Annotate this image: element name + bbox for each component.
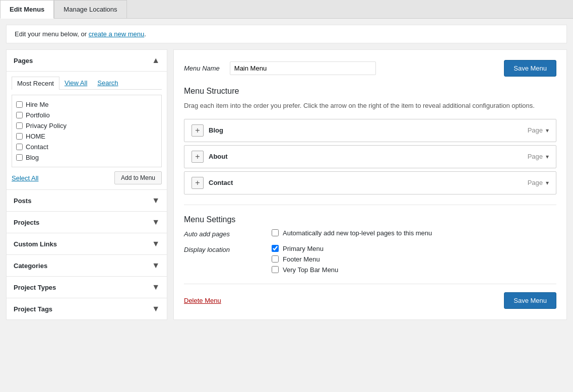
very-top-bar-menu-checkbox[interactable] [272,266,279,273]
page-blog-label: Blog [26,154,39,161]
custom-links-title: Custom Links [14,240,57,248]
display-location-footer: Footer Menu [272,255,556,263]
menu-item[interactable]: + Blog Page ▾ [184,119,556,142]
primary-menu-label: Primary Menu [283,245,324,252]
info-bar: Edit your menu below, or create a new me… [6,25,567,43]
tab-view-all[interactable]: View All [59,77,92,89]
posts-chevron-down-icon: ▼ [152,196,160,205]
delete-menu-link[interactable]: Delete Menu [184,297,221,304]
very-top-bar-menu-label: Very Top Bar Menu [283,266,338,274]
main-layout: Pages ▲ Most Recent View All Search Hire… [0,49,573,326]
project-tags-chevron-down-icon: ▼ [152,304,160,313]
list-item: HOME [16,131,157,142]
save-menu-bottom-button[interactable]: Save Menu [504,292,556,309]
menu-item-right: Page ▾ [528,179,549,186]
menu-settings-title: Menu Settings [184,215,556,224]
categories-accordion-header[interactable]: Categories ▼ [7,255,167,276]
menu-item-plus-icon[interactable]: + [192,124,204,137]
page-privacy-policy-checkbox[interactable] [16,122,23,129]
list-item: Hire Me [16,99,157,110]
page-portfolio-label: Portfolio [26,111,50,119]
divider [184,205,556,205]
menu-item-left: + About [192,151,228,163]
project-types-chevron-down-icon: ▼ [152,283,160,292]
pages-checkbox-list: Hire Me Portfolio Privacy Policy HOME [12,95,162,167]
custom-links-section: Custom Links ▼ [6,233,167,255]
select-all-link[interactable]: Select All [12,174,38,182]
info-bar-text: Edit your menu below, or [15,30,89,38]
list-item: Privacy Policy [16,120,157,131]
tab-search[interactable]: Search [92,77,123,89]
menu-name-label: Menu Name [184,64,220,72]
primary-menu-checkbox[interactable] [272,245,279,252]
page-contact-checkbox[interactable] [16,144,23,150]
auto-add-pages-checkbox[interactable] [272,229,279,236]
menu-name-row: Menu Name Save Menu [184,60,556,77]
custom-links-chevron-down-icon: ▼ [152,239,160,248]
add-to-menu-button[interactable]: Add to Menu [114,171,162,184]
menu-item-type: Page [528,126,543,134]
menu-item-dropdown-icon[interactable]: ▾ [546,179,549,186]
page-home-checkbox[interactable] [16,133,23,140]
menu-item-left: + Blog [192,124,223,137]
save-menu-top-button[interactable]: Save Menu [504,60,556,77]
menu-item-plus-icon[interactable]: + [192,151,204,163]
project-types-accordion-header[interactable]: Project Types ▼ [7,277,167,298]
projects-chevron-down-icon: ▼ [152,218,160,227]
page-blog-checkbox[interactable] [16,154,23,161]
page-contact-label: Contact [26,143,48,151]
menu-name-input[interactable] [230,61,376,75]
create-new-menu-link[interactable]: create a new menu [89,30,145,38]
menu-item-right: Page ▾ [528,153,549,160]
menu-item-dropdown-icon[interactable]: ▾ [546,127,549,134]
custom-links-accordion-header[interactable]: Custom Links ▼ [7,233,167,254]
auto-add-pages-option-text: Automatically add new top-level pages to… [283,229,432,237]
pages-title: Pages [14,57,33,64]
pages-section: Pages ▲ Most Recent View All Search Hire… [6,49,167,190]
info-bar-text-end: . [144,30,146,38]
pages-chevron-up-icon: ▲ [152,56,160,65]
menu-item-dropdown-icon[interactable]: ▾ [546,153,549,160]
page-home-label: HOME [26,133,45,140]
page-hire-me-label: Hire Me [26,101,49,108]
menu-items-list: + Blog Page ▾ + About Page ▾ [184,119,556,194]
top-tabs-bar: Edit Menus Manage Locations [0,0,573,19]
menu-item[interactable]: + Contact Page ▾ [184,171,556,194]
tab-edit-menus[interactable]: Edit Menus [0,0,54,19]
projects-accordion-header[interactable]: Projects ▼ [7,212,167,233]
menu-item-left: + Contact [192,177,233,189]
page-privacy-policy-label: Privacy Policy [26,122,67,129]
menu-item-type: Page [528,153,543,160]
projects-title: Projects [14,219,39,226]
sidebar: Pages ▲ Most Recent View All Search Hire… [6,49,167,320]
footer-menu-checkbox[interactable] [272,255,279,263]
page-portfolio-checkbox[interactable] [16,112,23,118]
tab-manage-locations[interactable]: Manage Locations [54,0,126,18]
project-types-title: Project Types [14,284,56,291]
menu-item-name: Blog [209,126,223,134]
auto-add-pages-option: Automatically add new top-level pages to… [272,229,556,237]
bottom-actions: Delete Menu Save Menu [184,284,556,309]
project-tags-accordion-header[interactable]: Project Tags ▼ [7,298,167,319]
project-tags-title: Project Tags [14,305,52,313]
list-item: Contact [16,142,157,152]
pages-actions: Select All Add to Menu [12,171,162,184]
posts-accordion-header[interactable]: Posts ▼ [7,190,167,211]
pages-accordion-header[interactable]: Pages ▲ [7,50,167,71]
categories-chevron-down-icon: ▼ [152,261,160,270]
menu-structure-desc: Drag each item into the order you prefer… [184,101,556,111]
footer-menu-label: Footer Menu [283,255,320,263]
projects-section: Projects ▼ [6,212,167,233]
display-location-top-bar: Very Top Bar Menu [272,266,556,274]
project-types-section: Project Types ▼ [6,277,167,298]
list-item: Blog [16,152,157,163]
pages-inner-tabs: Most Recent View All Search [12,77,162,90]
menu-item[interactable]: + About Page ▾ [184,145,556,168]
menu-item-right: Page ▾ [528,126,549,134]
tab-most-recent[interactable]: Most Recent [12,77,59,90]
posts-section: Posts ▼ [6,190,167,212]
categories-title: Categories [14,262,47,270]
menu-item-plus-icon[interactable]: + [192,177,204,189]
page-hire-me-checkbox[interactable] [16,101,23,108]
pages-accordion-content: Most Recent View All Search Hire Me Port… [7,71,167,189]
